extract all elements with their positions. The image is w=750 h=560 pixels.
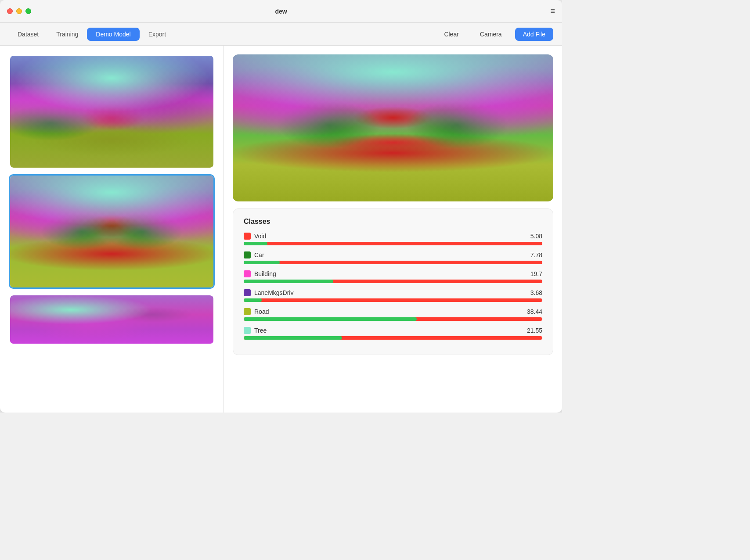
class-header-car: Car 7.78 xyxy=(244,251,542,258)
thumbnail-3[interactable] xyxy=(9,294,215,345)
clear-button-top[interactable]: Clear xyxy=(436,28,466,41)
building-swatch xyxy=(244,270,251,277)
class-row-void: Void 5.08 xyxy=(244,233,542,245)
class-label-lane: LaneMkgsDriv xyxy=(244,289,293,296)
road-bar-track xyxy=(244,317,542,321)
building-bar-track xyxy=(244,280,542,283)
void-value: 5.08 xyxy=(530,233,542,240)
titlebar: dew ≡ xyxy=(0,0,562,23)
window-title: dew xyxy=(275,8,287,15)
class-label-void: Void xyxy=(244,233,266,240)
lane-value: 3.68 xyxy=(530,289,542,296)
void-swatch xyxy=(244,233,251,240)
road-name: Road xyxy=(254,308,269,315)
building-value: 19.7 xyxy=(530,270,542,277)
maximize-button[interactable] xyxy=(25,8,31,14)
class-label-tree: Tree xyxy=(244,327,267,334)
road-value: 38.44 xyxy=(527,308,542,315)
toolbar: Dataset Training Demo Model Export Clear… xyxy=(0,23,562,46)
tab-dataset[interactable]: Dataset xyxy=(9,28,47,41)
tab-export[interactable]: Export xyxy=(140,28,175,41)
road-swatch xyxy=(244,308,251,315)
tab-training[interactable]: Training xyxy=(47,28,87,41)
class-label-car: Car xyxy=(244,251,264,258)
tree-bar-track xyxy=(244,336,542,340)
car-bar-track xyxy=(244,261,542,264)
minimize-button[interactable] xyxy=(16,8,22,14)
traffic-lights xyxy=(7,8,31,14)
left-panel xyxy=(0,46,224,413)
class-row-building: Building 19.7 xyxy=(244,270,542,283)
tree-name: Tree xyxy=(254,327,267,334)
tree-bar-fill xyxy=(244,336,342,340)
void-bar-fill xyxy=(244,242,267,245)
right-panel: Classes Void 5.08 xyxy=(224,46,562,413)
lane-swatch xyxy=(244,289,251,296)
class-header-building: Building 19.7 xyxy=(244,270,542,277)
class-row-tree: Tree 21.55 xyxy=(244,327,542,340)
tab-demo-model[interactable]: Demo Model xyxy=(87,28,139,41)
lane-name: LaneMkgsDriv xyxy=(254,289,293,296)
main-content: Classes Void 5.08 xyxy=(0,46,562,413)
class-header-void: Void 5.08 xyxy=(244,233,542,240)
thumbnail-2[interactable] xyxy=(9,174,215,289)
nav-tabs: Dataset Training Demo Model Export xyxy=(9,28,436,41)
app-window: dew ≡ Dataset Training Demo Model Export… xyxy=(0,0,562,413)
class-row-road: Road 38.44 xyxy=(244,308,542,321)
tree-swatch xyxy=(244,327,251,334)
void-bar-track xyxy=(244,242,542,245)
car-name: Car xyxy=(254,251,264,258)
void-name: Void xyxy=(254,233,266,240)
road-bar-fill xyxy=(244,317,417,321)
class-label-building: Building xyxy=(244,270,276,277)
menu-icon[interactable]: ≡ xyxy=(550,7,555,16)
car-value: 7.78 xyxy=(530,251,542,258)
car-swatch xyxy=(244,251,251,258)
main-image xyxy=(233,54,553,201)
close-button[interactable] xyxy=(7,8,13,14)
add-file-button-top[interactable]: Add File xyxy=(515,28,553,41)
classes-panel: Classes Void 5.08 xyxy=(233,208,553,355)
class-row-car: Car 7.78 xyxy=(244,251,542,264)
class-header-tree: Tree 21.55 xyxy=(244,327,542,334)
thumbnail-1[interactable] xyxy=(9,54,215,169)
tree-value: 21.55 xyxy=(527,327,542,334)
class-label-road: Road xyxy=(244,308,269,315)
lane-bar-fill xyxy=(244,298,262,302)
camera-button-top[interactable]: Camera xyxy=(472,28,510,41)
building-name: Building xyxy=(254,270,276,277)
toolbar-right: Clear Camera Add File xyxy=(436,28,553,41)
classes-title: Classes xyxy=(244,218,542,226)
building-bar-fill xyxy=(244,280,333,283)
class-header-lane: LaneMkgsDriv 3.68 xyxy=(244,289,542,296)
lane-bar-track xyxy=(244,298,542,302)
class-row-lane: LaneMkgsDriv 3.68 xyxy=(244,289,542,302)
car-bar-fill xyxy=(244,261,280,264)
class-header-road: Road 38.44 xyxy=(244,308,542,315)
